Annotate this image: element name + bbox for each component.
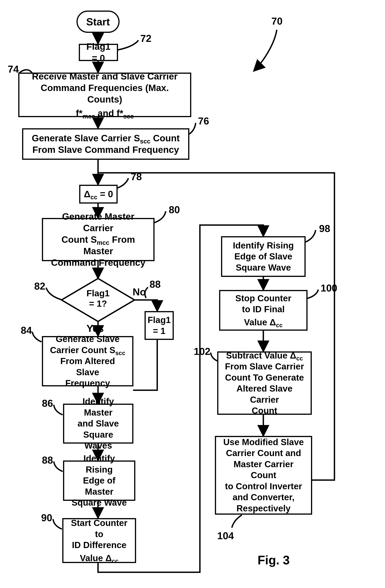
box-86: Identify Master and Slave Square Waves <box>63 404 133 443</box>
callout-90: 90 <box>41 512 52 524</box>
callout-76: 76 <box>198 115 209 127</box>
box-80-line1: Generate Master Carrier <box>48 211 149 234</box>
box-84-line3: From Altered Slave <box>48 356 128 378</box>
box-90: Start Counter to ID Difference Value Δcc <box>62 518 136 563</box>
terminator-start-label: Start <box>86 16 110 28</box>
box-74-line2: Command Frequencies (Max. Counts) <box>24 82 185 105</box>
decision-yes-label: Yes <box>87 323 104 334</box>
terminator-start: Start <box>76 11 120 33</box>
box-76-line2: From Slave Command Frequency <box>32 144 180 156</box>
box-72: Flag1 = 0 <box>79 44 118 61</box>
box-98-line1: Identify Rising <box>233 240 294 251</box>
decision-82-line2: = 1? <box>79 298 117 309</box>
box-86-line2: and Slave <box>69 418 128 429</box>
box-80-line3: Command Frequency <box>48 257 149 269</box>
callout-88b: 88 <box>150 278 161 290</box>
box-84: Generate Slave Carrier Count Sscc From A… <box>42 336 133 386</box>
callout-88a: 88 <box>42 454 53 466</box>
callout-82: 82 <box>34 280 45 292</box>
box-88-rising-line3: Square Wave <box>69 497 130 508</box>
box-100: Stop Counter to ID Final Value Δcc <box>219 290 308 331</box>
box-102-line5: Count <box>223 405 306 416</box>
box-104: Use Modified Slave Carrier Count and Mas… <box>215 436 312 515</box>
box-104-line3: Master Carrier Count <box>221 459 306 481</box>
callout-74: 74 <box>8 63 19 75</box>
box-102-line3: Count To Generate <box>223 372 306 383</box>
box-102-line2: From Slave Carrier <box>223 361 306 372</box>
box-84-line1: Generate Slave <box>48 334 128 345</box>
box-86-line1: Identify Master <box>69 396 128 418</box>
box-72-text: Flag1 = 0 <box>85 41 112 64</box>
box-80: Generate Master Carrier Count Smcc From … <box>42 218 155 261</box>
box-74: Receive Master and Slave Carrier Command… <box>18 73 191 117</box>
box-102-line4: Altered Slave Carrier <box>223 383 306 405</box>
callout-100: 100 <box>321 282 337 294</box>
box-104-line1: Use Modified Slave <box>221 437 306 448</box>
box-102: Subtract Value Δcc From Slave Carrier Co… <box>217 351 312 415</box>
callout-98: 98 <box>319 223 330 234</box>
box-88-rising: Identify Rising Edge of Master Square Wa… <box>63 461 135 501</box>
figure-label: Fig. 3 <box>258 553 290 567</box>
box-78: Δcc = 0 <box>79 185 118 204</box>
box-104-line6: Respectively <box>221 503 306 514</box>
box-86-line3: Square Waves <box>69 429 128 451</box>
box-88-flag: Flag1 = 1 <box>145 311 174 340</box>
box-104-line4: to Control Inverter <box>221 481 306 492</box>
box-98-line3: Square Wave <box>233 262 294 273</box>
callout-86: 86 <box>42 398 53 409</box>
callout-78: 78 <box>131 171 142 182</box>
box-98: Identify Rising Edge of Slave Square Wav… <box>221 236 306 277</box>
box-84-line4: Frequency <box>48 378 128 389</box>
box-100-line1: Stop Counter <box>235 293 291 304</box>
box-104-line5: and Converter, <box>221 492 306 503</box>
callout-102: 102 <box>194 346 210 357</box>
box-88-rising-line1: Identify Rising <box>69 453 130 475</box>
callout-84: 84 <box>21 325 32 336</box>
box-100-line2: to ID Final <box>235 304 291 315</box>
callout-80: 80 <box>169 204 180 215</box>
callout-104: 104 <box>217 530 234 542</box>
box-98-line2: Edge of Slave <box>233 251 294 262</box>
box-88-flag-line2: = 1 <box>148 325 171 337</box>
callout-70: 70 <box>272 15 283 27</box>
decision-82-line1: Flag1 <box>79 288 117 298</box>
box-90-line2: ID Difference <box>68 540 130 551</box>
box-90-line1: Start Counter to <box>68 518 130 540</box>
box-88-flag-line1: Flag1 <box>148 315 171 326</box>
decision-no-label: No <box>133 286 146 298</box>
box-104-line2: Carrier Count and <box>221 448 306 459</box>
callout-72: 72 <box>140 33 152 44</box>
box-76: Generate Slave Carrier Sscc Count From S… <box>22 128 189 160</box>
decision-82: Flag1 = 1? <box>79 288 117 309</box>
box-74-line1: Receive Master and Slave Carrier <box>24 71 185 82</box>
box-88-rising-line2: Edge of Master <box>69 475 130 497</box>
